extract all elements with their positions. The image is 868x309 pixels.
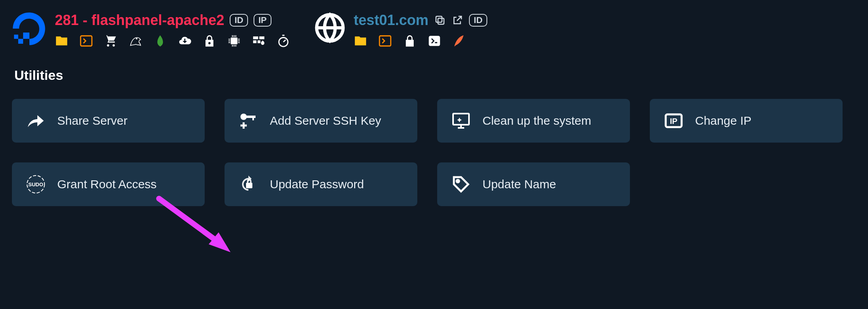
chip-icon[interactable] xyxy=(227,34,241,48)
domain-block: test01.com ID xyxy=(314,12,487,48)
terminal-solid-icon[interactable] xyxy=(428,34,441,48)
cloud-upload-icon[interactable] xyxy=(178,34,192,48)
server-id-badge[interactable]: ID xyxy=(230,14,248,27)
svg-rect-17 xyxy=(246,116,256,118)
ip-badge-icon: IP xyxy=(664,111,683,130)
card-label: Add Server SSH Key xyxy=(270,114,381,127)
svg-text:IP: IP xyxy=(670,117,678,126)
terminal-icon[interactable] xyxy=(378,34,392,48)
domain-title-row: test01.com ID xyxy=(354,12,487,29)
svg-rect-5 xyxy=(231,38,238,44)
svg-rect-7 xyxy=(259,37,264,39)
svg-point-16 xyxy=(240,114,247,120)
lock-icon[interactable] xyxy=(403,34,417,48)
server-icon-row xyxy=(55,34,290,48)
svg-rect-19 xyxy=(453,114,469,125)
clean-system-card[interactable]: Clean up the system xyxy=(437,99,630,143)
add-ssh-key-card[interactable]: Add Server SSH Key xyxy=(225,99,417,143)
utilities-grid: Share Server Add Server SSH Key Clean up… xyxy=(12,99,843,206)
globe-icon xyxy=(314,12,346,44)
mysql-dolphin-icon[interactable] xyxy=(129,34,142,48)
share-server-card[interactable]: Share Server xyxy=(12,99,205,143)
external-link-icon[interactable] xyxy=(451,14,463,26)
svg-rect-2 xyxy=(14,35,18,39)
svg-point-4 xyxy=(136,38,137,39)
cart-icon[interactable] xyxy=(104,34,118,48)
server-title: 281 - flashpanel-apache2 xyxy=(55,12,224,29)
svg-text:SUDO: SUDO xyxy=(28,182,43,187)
card-label: Clean up the system xyxy=(482,114,591,127)
card-label: Change IP xyxy=(695,114,752,127)
section-title: Utilities xyxy=(14,68,856,83)
svg-rect-8 xyxy=(253,41,257,43)
firewall-icon[interactable] xyxy=(252,34,265,48)
monitor-sparkle-icon xyxy=(451,111,471,130)
mongodb-leaf-icon[interactable] xyxy=(153,34,167,48)
card-label: Share Server xyxy=(57,114,128,127)
server-ip-badge[interactable]: IP xyxy=(254,14,271,27)
feather-icon[interactable] xyxy=(452,34,466,48)
folder-icon[interactable] xyxy=(354,34,367,48)
change-ip-card[interactable]: IP Change IP xyxy=(650,99,843,143)
folder-icon[interactable] xyxy=(55,34,68,48)
digitalocean-logo-icon xyxy=(12,12,47,47)
svg-rect-1 xyxy=(18,39,23,44)
card-label: Grant Root Access xyxy=(57,178,157,191)
domain-title: test01.com xyxy=(354,12,428,29)
svg-rect-9 xyxy=(258,41,260,43)
domain-icon-row xyxy=(354,34,487,48)
svg-rect-12 xyxy=(436,16,442,22)
card-label: Update Name xyxy=(482,178,556,191)
sudo-icon: SUDO xyxy=(26,175,45,194)
lock-key-icon[interactable] xyxy=(203,34,216,48)
svg-rect-0 xyxy=(23,33,29,39)
server-block: 281 - flashpanel-apache2 ID IP xyxy=(12,12,290,48)
svg-rect-6 xyxy=(253,37,258,39)
key-plus-icon xyxy=(239,111,258,130)
domain-id-badge[interactable]: ID xyxy=(469,14,487,27)
grant-root-card[interactable]: SUDO Grant Root Access xyxy=(12,162,205,206)
svg-rect-18 xyxy=(252,116,254,120)
svg-rect-24 xyxy=(246,183,252,188)
update-password-card[interactable]: Update Password xyxy=(225,162,417,206)
svg-point-25 xyxy=(457,180,459,182)
terminal-icon[interactable] xyxy=(79,34,93,48)
lock-refresh-icon xyxy=(239,175,258,194)
header: 281 - flashpanel-apache2 ID IP xyxy=(12,12,856,48)
svg-marker-27 xyxy=(209,232,231,252)
card-label: Update Password xyxy=(270,178,364,191)
svg-rect-13 xyxy=(438,18,444,24)
tag-icon xyxy=(451,175,471,194)
update-name-card[interactable]: Update Name xyxy=(437,162,630,206)
copy-icon[interactable] xyxy=(434,14,446,26)
server-title-row: 281 - flashpanel-apache2 ID IP xyxy=(55,12,290,29)
share-arrow-icon xyxy=(26,111,45,130)
stopwatch-icon[interactable] xyxy=(277,34,290,48)
